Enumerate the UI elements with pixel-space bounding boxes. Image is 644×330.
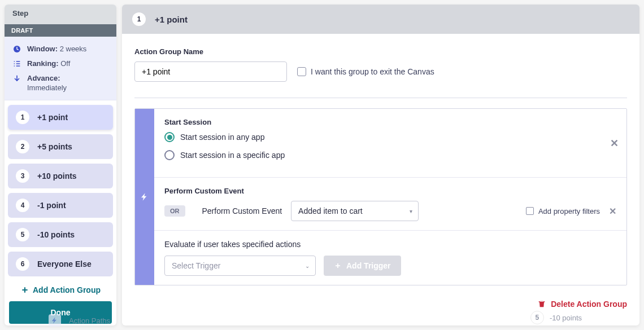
main-panel: 1 +1 point Action Group Name I want this… (122, 5, 639, 325)
group-label: -1 point (37, 201, 66, 210)
radio-specific-app[interactable]: Start session in a specific app (164, 150, 616, 160)
delete-action-group-label: Delete Action Group (551, 300, 627, 309)
group-list: 1 +1 point 2 +5 points 3 +10 points 4 -1… (5, 100, 116, 280)
custom-event-title: Perform Custom Event (164, 187, 616, 195)
meta-advance: Advance:Immediately (12, 74, 108, 92)
add-property-filters-checkbox[interactable]: Add property filters (526, 207, 600, 215)
status-badge-draft: DRAFT (5, 24, 116, 37)
radio-specific-app-label: Start session in a specific app (180, 151, 285, 160)
trash-icon (537, 300, 546, 309)
meta-window-val: 2 weeks (60, 45, 87, 53)
meta-window-key: Window: (27, 45, 58, 53)
divider (134, 98, 627, 98)
group-item-5[interactable]: 5 -10 points (8, 222, 113, 247)
checkbox-icon (297, 67, 306, 76)
start-session-title: Start Session (164, 118, 616, 126)
group-item-3[interactable]: 3 +10 points (8, 164, 113, 188)
rule-card: Start Session Start session in any app S… (134, 108, 627, 285)
group-item-1[interactable]: 1 +1 point (8, 105, 113, 130)
custom-event-section: Perform Custom Event OR Perform Custom E… (154, 178, 626, 231)
rule-rail (135, 109, 154, 285)
sidebar: Step DRAFT Window: 2 weeks Ranking: Off … (5, 5, 116, 325)
plus-icon (334, 262, 342, 270)
select-trigger-placeholder: Select Trigger (172, 261, 220, 270)
group-label: +1 point (37, 113, 68, 122)
exit-canvas-checkbox[interactable]: I want this group to exit the Canvas (297, 67, 434, 76)
close-icon[interactable]: ✕ (609, 206, 616, 217)
page-title: +1 point (155, 15, 188, 24)
custom-event-label: Perform Custom Event (202, 206, 282, 215)
bolt-icon (140, 192, 149, 201)
done-button[interactable]: Done (9, 301, 112, 324)
custom-event-selected: Added item to cart (298, 206, 363, 215)
group-item-2[interactable]: 2 +5 points (8, 134, 113, 159)
meta-ranking-key: Ranking: (27, 59, 59, 68)
or-pill: OR (164, 205, 185, 217)
group-label: Everyone Else (37, 259, 92, 269)
evaluate-section: Evaluate if user takes specified actions… (154, 231, 626, 285)
group-num: 2 (16, 140, 29, 153)
group-num: 1 (16, 111, 29, 124)
plus-icon (20, 285, 29, 294)
group-label: -10 points (37, 230, 75, 239)
arrow-down-icon (12, 74, 21, 83)
list-icon (12, 59, 21, 68)
main-header: 1 +1 point (122, 5, 639, 34)
group-name-label: Action Group Name (134, 47, 627, 56)
delete-action-group-button[interactable]: Delete Action Group (537, 300, 627, 309)
group-item-4[interactable]: 4 -1 point (8, 193, 113, 218)
meta-ranking: Ranking: Off (12, 59, 108, 68)
group-label: +5 points (37, 142, 72, 151)
group-num: 5 (16, 228, 29, 241)
evaluate-text: Evaluate if user takes specified actions (164, 240, 616, 249)
group-label: +10 points (37, 171, 77, 181)
close-icon[interactable]: ✕ (610, 137, 619, 149)
add-trigger-button[interactable]: Add Trigger (324, 256, 401, 276)
group-item-6[interactable]: 6 Everyone Else (8, 252, 113, 276)
radio-icon (164, 132, 175, 142)
add-action-group-label: Add Action Group (33, 285, 101, 294)
sidebar-step-label: Step (5, 5, 116, 24)
sidebar-meta: Window: 2 weeks Ranking: Off Advance:Imm… (5, 37, 116, 100)
group-num: 3 (16, 169, 29, 183)
clock-icon (12, 45, 21, 54)
start-session-section: Start Session Start session in any app S… (154, 109, 626, 178)
group-num: 6 (16, 257, 29, 271)
meta-advance-key: Advance: (27, 74, 60, 82)
radio-any-app-label: Start session in any app (180, 133, 264, 142)
chevron-down-icon: ⌄ (305, 263, 310, 269)
group-name-input[interactable] (134, 61, 287, 82)
meta-advance-val: Immediately (27, 83, 67, 92)
add-action-group-button[interactable]: Add Action Group (5, 280, 116, 301)
custom-event-select[interactable]: Added item to cart ▾ (291, 201, 419, 221)
radio-icon (164, 150, 175, 160)
checkbox-icon (526, 207, 534, 215)
select-trigger[interactable]: Select Trigger ⌄ (164, 256, 316, 276)
meta-window: Window: 2 weeks (12, 45, 108, 54)
meta-ranking-val: Off (60, 59, 70, 68)
group-num: 4 (16, 199, 29, 212)
exit-canvas-label: I want this group to exit the Canvas (311, 67, 434, 76)
radio-any-app[interactable]: Start session in any app (164, 132, 616, 142)
add-property-filters-label: Add property filters (538, 207, 600, 215)
add-trigger-label: Add Trigger (346, 261, 391, 270)
chevron-down-icon: ▾ (410, 208, 412, 214)
main-header-badge: 1 (132, 12, 146, 26)
